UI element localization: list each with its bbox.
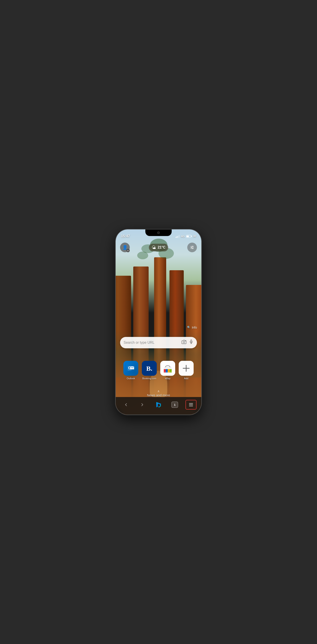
status-bar: 15:47 4G 30 <box>116 230 201 240</box>
phone-screen: 15:47 4G 30 <box>116 230 201 414</box>
news-chevron-icon: ∧ <box>157 389 160 393</box>
nav-tabs-button[interactable]: 1 <box>169 400 180 410</box>
info-search-icon: 🔍 <box>187 326 191 329</box>
search-icons <box>182 340 193 346</box>
wallpaper-background <box>116 230 201 414</box>
app-icon-ebay <box>160 361 175 376</box>
battery-body <box>186 235 191 238</box>
app-shortcuts: O Outlook B. Booking.com <box>116 361 201 380</box>
app-item-add[interactable]: Add <box>179 361 194 380</box>
weather-temperature: 21°C <box>158 246 166 250</box>
battery-tip <box>191 236 192 237</box>
camera-search-icon[interactable] <box>182 340 186 346</box>
weather-icon: 🌤 <box>151 245 156 250</box>
settings-widget[interactable] <box>187 242 197 252</box>
app-icon-outlook: O <box>123 361 138 376</box>
svg-rect-8 <box>191 340 192 342</box>
svg-point-3 <box>191 247 192 248</box>
app-icon-booking: B. <box>142 361 157 376</box>
app-item-ebay[interactable]: eBay <box>160 361 175 380</box>
battery-icon <box>186 235 192 238</box>
svg-point-5 <box>192 248 193 249</box>
svg-point-6 <box>183 341 185 343</box>
signal-bar-2 <box>177 236 177 238</box>
signal-bar-3 <box>178 236 178 238</box>
network-type: 4G <box>181 235 185 238</box>
signal-bars <box>176 235 180 238</box>
phone-frame: 15:47 4G 30 <box>116 230 201 414</box>
svg-text:O: O <box>128 366 131 370</box>
status-right-icons: 4G 30 <box>176 235 196 238</box>
app-label-outlook: Outlook <box>127 377 135 380</box>
app-label-booking: Booking.com <box>142 377 156 380</box>
info-label: Info <box>192 326 197 329</box>
nav-home-button[interactable] <box>153 400 164 410</box>
battery-fill <box>187 236 189 237</box>
signal-bar-4 <box>179 235 180 238</box>
nav-forward-button[interactable] <box>137 400 148 410</box>
app-icon-add <box>179 361 194 376</box>
svg-point-1 <box>192 246 193 247</box>
app-label-add: Add <box>184 377 188 380</box>
camera-notch <box>157 232 160 234</box>
status-time: 15:47 <box>121 234 130 238</box>
search-placeholder: Search or type URL <box>124 341 182 344</box>
nav-menu-button[interactable] <box>185 400 196 410</box>
user-widget[interactable]: 👤 + <box>120 242 130 252</box>
tab-count-number: 1 <box>174 403 175 406</box>
sliders-icon <box>190 245 194 250</box>
top-widgets-row: 👤 + 🌤 21°C <box>116 242 201 252</box>
signal-bar-1 <box>176 237 176 238</box>
svg-text:B.: B. <box>146 365 152 372</box>
battery-level: 30 <box>193 235 196 238</box>
svg-marker-27 <box>156 402 161 408</box>
add-user-badge: + <box>126 249 130 252</box>
bottom-nav: 1 <box>116 397 201 414</box>
app-item-booking[interactable]: B. Booking.com <box>142 361 157 380</box>
microphone-icon[interactable] <box>189 340 193 346</box>
app-item-outlook[interactable]: O Outlook <box>123 361 138 380</box>
search-bar[interactable]: Search or type URL <box>120 337 197 348</box>
nav-back-button[interactable] <box>121 400 132 410</box>
app-label-ebay: eBay <box>165 377 170 380</box>
info-button[interactable]: 🔍 Info <box>187 326 197 329</box>
weather-widget[interactable]: 🌤 21°C <box>149 244 168 251</box>
news-more-section[interactable]: ∧ News and more <box>116 389 201 397</box>
news-more-label: News and more <box>147 393 170 397</box>
tab-count-badge: 1 <box>171 402 178 408</box>
notch <box>145 230 172 236</box>
svg-point-7 <box>185 340 186 341</box>
